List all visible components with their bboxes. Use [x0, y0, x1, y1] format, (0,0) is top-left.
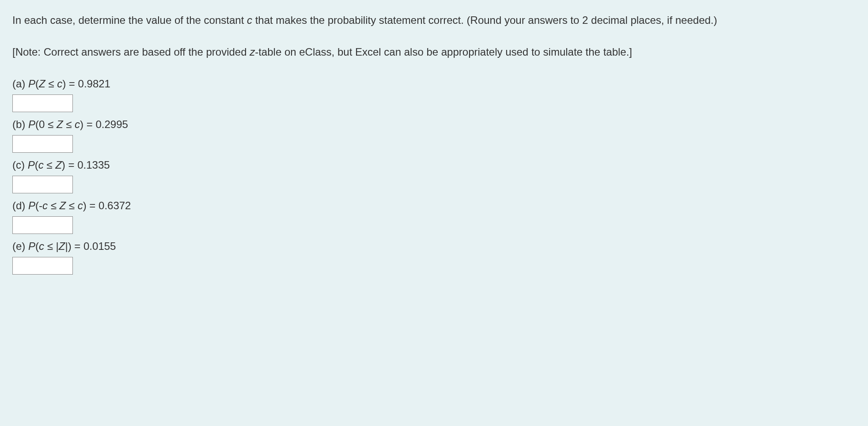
- question-d-open: (-: [35, 200, 42, 211]
- question-b-z: Z: [57, 118, 63, 130]
- question-e-eq: = 0.0155: [72, 240, 116, 252]
- question-e-c: c: [39, 240, 44, 252]
- question-c-close: ): [62, 159, 65, 171]
- question-c-label: (c) P(c ≤ Z) = 0.1335: [12, 157, 856, 173]
- intro-text-2a: [Note: Correct answers are based off the…: [12, 46, 250, 58]
- question-b-mid1: ≤: [63, 118, 75, 130]
- question-e: (e) P(c ≤ |Z|) = 0.0155: [12, 238, 856, 275]
- answer-input-b[interactable]: [12, 135, 73, 153]
- question-c-c: c: [38, 159, 44, 171]
- question-e-close: |): [65, 240, 71, 252]
- question-e-z: Z: [59, 240, 65, 252]
- question-e-mid1: ≤ |: [44, 240, 59, 252]
- question-d-label: (d) P(-c ≤ Z ≤ c) = 0.6372: [12, 198, 856, 214]
- question-c: (c) P(c ≤ Z) = 0.1335: [12, 157, 856, 193]
- question-a-label: (a) P(Z ≤ c) = 0.9821: [12, 76, 856, 92]
- question-d-close: ): [83, 200, 87, 211]
- question-b-open: (0 ≤: [35, 118, 57, 130]
- question-c-z: Z: [55, 159, 62, 171]
- answer-input-e[interactable]: [12, 257, 73, 275]
- question-d-mid2: ≤: [66, 200, 78, 211]
- question-c-eq: = 0.1335: [65, 159, 110, 171]
- question-a-eq: = 0.9821: [66, 78, 110, 90]
- question-b-eq: = 0.2995: [83, 118, 128, 130]
- question-c-open: (: [35, 159, 38, 171]
- answer-input-d[interactable]: [12, 216, 73, 234]
- question-a-mid1: ≤: [45, 78, 57, 90]
- question-d-letter: (d): [12, 200, 28, 211]
- intro-var-c: c: [247, 14, 252, 26]
- question-b-c: c: [75, 118, 80, 130]
- intro-text-1b: that makes the probability statement cor…: [252, 14, 717, 26]
- question-e-letter: (e): [12, 240, 28, 252]
- question-e-label: (e) P(c ≤ |Z|) = 0.0155: [12, 238, 856, 254]
- question-d-mid1: ≤: [48, 200, 60, 211]
- question-a-p: P: [28, 78, 35, 90]
- question-b-close: ): [80, 118, 83, 130]
- intro-text-2b: -table on eClass, but Excel can also be …: [255, 46, 632, 58]
- intro-var-z: z: [250, 46, 255, 58]
- question-c-p: P: [28, 159, 35, 171]
- question-e-open: (: [35, 240, 39, 252]
- answer-input-a[interactable]: [12, 94, 73, 112]
- question-d-c2: c: [78, 200, 83, 211]
- question-a-letter: (a): [12, 78, 28, 90]
- intro-text-1a: In each case, determine the value of the…: [12, 14, 247, 26]
- question-c-letter: (c): [12, 159, 28, 171]
- question-b-p: P: [28, 118, 35, 130]
- question-c-mid1: ≤: [44, 159, 56, 171]
- intro-paragraph-1: In each case, determine the value of the…: [12, 12, 856, 28]
- question-a: (a) P(Z ≤ c) = 0.9821: [12, 76, 856, 112]
- question-a-open: (: [35, 78, 39, 90]
- question-a-z: Z: [39, 78, 45, 90]
- question-d-eq: = 0.6372: [87, 200, 131, 211]
- question-d-c1: c: [42, 200, 48, 211]
- answer-input-c[interactable]: [12, 176, 73, 193]
- question-d-p: P: [28, 200, 35, 211]
- question-e-p: P: [28, 240, 35, 252]
- question-b-label: (b) P(0 ≤ Z ≤ c) = 0.2995: [12, 117, 856, 132]
- question-d-z: Z: [60, 200, 66, 211]
- question-a-close: ): [62, 78, 66, 90]
- question-a-c: c: [57, 78, 62, 90]
- question-b-letter: (b): [12, 118, 28, 130]
- question-b: (b) P(0 ≤ Z ≤ c) = 0.2995: [12, 117, 856, 153]
- question-d: (d) P(-c ≤ Z ≤ c) = 0.6372: [12, 198, 856, 234]
- intro-paragraph-2: [Note: Correct answers are based off the…: [12, 44, 856, 60]
